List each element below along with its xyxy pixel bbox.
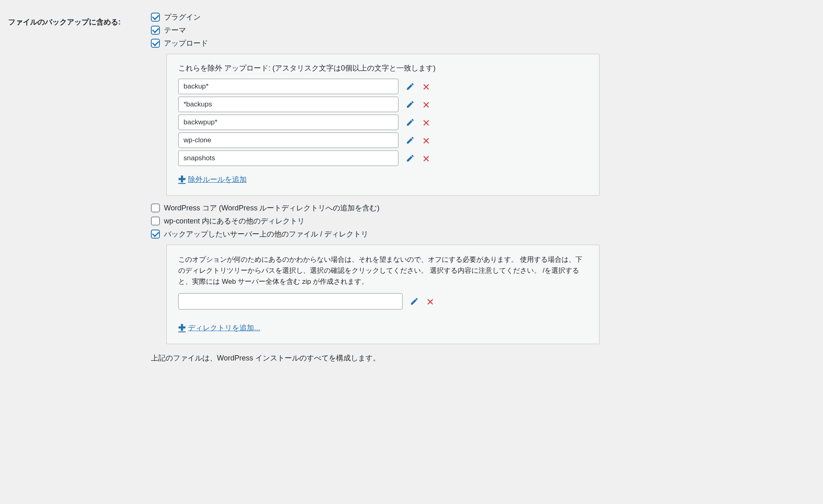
checkbox-row-plugins: プラグイン xyxy=(151,12,600,22)
close-icon[interactable] xyxy=(422,136,430,144)
add-exclude-rule-link[interactable]: ✚ 除外ルールを追加 xyxy=(178,174,247,185)
exclude-rule-row: *backups xyxy=(178,97,588,112)
add-exclude-rule-label: 除外ルールを追加 xyxy=(188,175,247,184)
exclude-rule-row: snapshots xyxy=(178,150,588,166)
checkbox-row-wp-core: WordPress コア (WordPress ルートディレクトリへの追加を含む… xyxy=(151,203,600,213)
uploads-label: アップロード xyxy=(164,38,208,48)
exclude-heading: これらを除外 アップロード: (アスタリスク文字は0個以上の文字と一致します) xyxy=(178,63,588,73)
close-icon[interactable] xyxy=(422,100,430,108)
other-server-files-checkbox[interactable] xyxy=(151,230,160,239)
exclude-uploads-panel: これらを除外 アップロード: (アスタリスク文字は0個以上の文字と一致します) … xyxy=(166,54,600,196)
settings-content: プラグイン テーマ アップロード これらを除外 アップロード: (アスタリスク文… xyxy=(151,12,600,363)
plus-icon: ✚ xyxy=(178,174,186,185)
pencil-icon[interactable] xyxy=(406,136,415,145)
exclude-rule-input[interactable]: *backups xyxy=(178,97,398,112)
add-directory-link[interactable]: ✚ ディレクトリを追加... xyxy=(178,323,260,333)
themes-label: テーマ xyxy=(164,25,186,35)
section-label: ファイルのバックアップに含める: xyxy=(8,12,131,27)
other-files-description: このオプションが何のためにあるのかわからない場合は、それを望まないので、オフにす… xyxy=(178,254,588,287)
exclude-rule-input[interactable]: snapshots xyxy=(178,150,398,166)
checkbox-row-wp-content-other: wp-content 内にあるその他のディレクトリ xyxy=(151,216,600,226)
checkbox-row-other-server-files: バックアップしたいサーバー上の他のファイル / ディレクトリ xyxy=(151,229,600,239)
wp-core-checkbox[interactable] xyxy=(151,203,160,212)
exclude-heading-hint: (アスタリスク文字は0個以上の文字と一致します) xyxy=(272,64,436,72)
checkbox-row-uploads: アップロード xyxy=(151,38,600,48)
exclude-rule-row: wp-clone xyxy=(178,133,588,148)
close-icon[interactable] xyxy=(422,82,430,91)
exclude-rule-row: backwpup* xyxy=(178,115,588,130)
pencil-icon[interactable] xyxy=(410,297,419,306)
wp-content-other-checkbox[interactable] xyxy=(151,217,160,225)
pencil-icon[interactable] xyxy=(406,154,415,163)
plugins-checkbox[interactable] xyxy=(151,13,160,22)
footer-note: 上記のファイルは、WordPress インストールのすべてを構成します。 xyxy=(151,353,600,363)
wp-content-other-label: wp-content 内にあるその他のディレクトリ xyxy=(164,216,305,226)
close-icon[interactable] xyxy=(426,297,434,305)
exclude-rule-input[interactable]: wp-clone xyxy=(178,133,398,148)
close-icon[interactable] xyxy=(422,154,430,162)
close-icon[interactable] xyxy=(422,118,430,126)
checkbox-row-themes: テーマ xyxy=(151,25,600,35)
exclude-rule-input[interactable]: backwpup* xyxy=(178,115,398,130)
add-directory-label: ディレクトリを追加... xyxy=(188,323,260,333)
pencil-icon[interactable] xyxy=(406,100,415,109)
directory-path-input[interactable] xyxy=(178,293,403,309)
other-server-files-label: バックアップしたいサーバー上の他のファイル / ディレクトリ xyxy=(164,229,368,239)
wp-core-label: WordPress コア (WordPress ルートディレクトリへの追加を含む… xyxy=(164,203,379,213)
uploads-checkbox[interactable] xyxy=(151,39,160,48)
plus-icon: ✚ xyxy=(178,323,186,333)
exclude-heading-prefix: これらを除外 アップロード: xyxy=(178,64,270,72)
other-files-panel: このオプションが何のためにあるのかわからない場合は、それを望まないので、オフにす… xyxy=(166,245,600,344)
exclude-rule-row: backup* xyxy=(178,79,588,94)
pencil-icon[interactable] xyxy=(406,82,415,91)
themes-checkbox[interactable] xyxy=(151,26,160,35)
path-row xyxy=(178,293,588,309)
pencil-icon[interactable] xyxy=(406,118,415,127)
plugins-label: プラグイン xyxy=(164,12,201,22)
exclude-rule-input[interactable]: backup* xyxy=(178,79,398,94)
